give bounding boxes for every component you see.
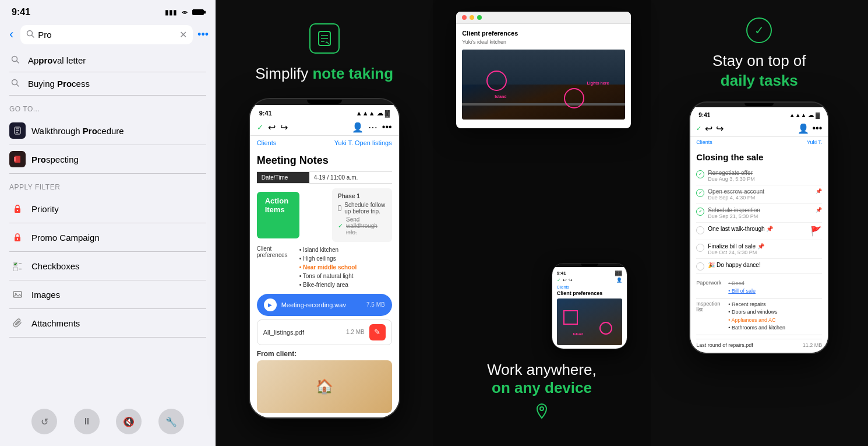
share-icon: ⋯ [368, 122, 377, 133]
check-icon: ✓ [557, 278, 561, 283]
item: • Bill of sale [728, 287, 756, 296]
p3-table-label: Paperwork [696, 278, 728, 298]
search-icon [9, 79, 21, 89]
note-icon [9, 122, 26, 139]
person-icon: 👤 [616, 278, 622, 283]
search-icon [9, 55, 21, 65]
panel-work-anywhere: Client preferences Yuki's ideal kitchen … [433, 0, 650, 446]
task-empty-check [696, 262, 704, 271]
p3-table-items: • Recent repairs • Doors and windows • A… [728, 298, 785, 335]
settings-button[interactable]: 🔧 [158, 409, 184, 434]
goto-prospecting[interactable]: Prospecting [9, 145, 206, 174]
small-phone-breadcrumb: Clients [557, 285, 622, 289]
filter-images[interactable]: Images [9, 280, 206, 309]
window-minimize-dot [470, 15, 474, 20]
small-phone-status: 9:41 ▓▓ [557, 271, 622, 276]
suggestion-text: Buying Process [28, 79, 90, 89]
p3-content: Closing the sale ✓ Renegotiate offer Due… [690, 148, 828, 353]
pdf-row: All_listings.pdf 1.2 MB ✎ [257, 319, 392, 345]
pdf-icon: ✎ [369, 324, 386, 340]
search-results: Approval letter Buying Process GO TO... … [0, 49, 216, 399]
task-name: 🎉 Do happy dance! [708, 262, 822, 268]
action-items-area: Action Items Phase 1 Schedule follow up … [257, 188, 392, 242]
flag-icon: 🚩 [810, 226, 822, 237]
small-phone-time: 9:41 [557, 271, 566, 276]
item: • Appliances and AC [728, 317, 785, 325]
task-content: 🎉 Do happy dance! [708, 262, 822, 268]
search-text[interactable]: Pro [38, 30, 176, 40]
note-title: Meeting Notes [257, 154, 392, 167]
task-row-3: ✓ Schedule inspection Due Sep 21, 5:30 P… [696, 204, 822, 223]
kitchen-image-small: Island [557, 298, 622, 345]
svg-rect-18 [13, 267, 17, 271]
pdf-size: 1.2 MB [346, 329, 365, 335]
goto-walkthrough[interactable]: Walkthrough Procedure [9, 117, 206, 145]
annotation-circle-1 [486, 71, 507, 91]
signal-icon: ▮▮▮ [165, 8, 177, 16]
mute-button[interactable]: 🔇 [116, 409, 142, 434]
p3-table: Paperwork • Deed • Bill of sale Inspecti… [696, 278, 822, 335]
search-clear-icon[interactable]: ✕ [179, 29, 187, 40]
p3-pdf-name: Last round of repairs.pdf [696, 342, 799, 348]
filter-promo[interactable]: Promo Campaign [9, 223, 206, 252]
task-content: Renegotiate offer Due Aug 3, 5:30 PM [708, 170, 822, 182]
task-date: Due Sep 21, 5:30 PM [708, 213, 812, 219]
status-time: 9:41 [12, 7, 30, 17]
person-icon: 👤 [798, 123, 809, 134]
back-button[interactable]: ‹ [7, 24, 16, 44]
task-row-1: ✓ Renegotiate offer Due Aug 3, 5:30 PM [696, 167, 822, 185]
more-icon: ••• [382, 122, 392, 132]
images-icon [9, 286, 26, 303]
checkmark-circle: ✓ [746, 17, 772, 43]
p3-breadcrumb: Clients Yuki T. [690, 137, 828, 148]
play-button[interactable]: ▶ [264, 298, 277, 311]
svg-point-26 [540, 407, 544, 410]
p3-table-label: Inspection list [696, 298, 728, 335]
task-row-5: Finalize bill of sale 📌 Due Oct 24, 5:30… [696, 240, 822, 259]
window-close-dot [462, 15, 467, 20]
suggestion-approval[interactable]: Approval letter [9, 49, 206, 72]
svg-rect-11 [14, 157, 16, 161]
recording-row: ▶ Meeting-recording.wav 7.5 MB [257, 294, 392, 316]
task-empty-check [696, 244, 704, 252]
pref-item: • Tons of natural light [299, 272, 357, 280]
p3-table-row-2: Inspection list • Recent repairs • Doors… [696, 298, 822, 335]
left-panel: 9:41 ▮▮▮ ‹ Pro ✕ ••• [0, 0, 216, 446]
goto-section-label: GO TO... [9, 96, 206, 117]
desktop-content: Client preferences Yuki's ideal kitchen … [456, 24, 631, 125]
task-date: Due Sep 4, 4:30 PM [708, 195, 812, 201]
filter-attachments[interactable]: Attachments [9, 309, 206, 338]
client-preferences: Client preferences • Island kitchen • Hi… [257, 245, 392, 289]
filter-priority[interactable]: Priority [9, 195, 206, 223]
headline-line1: Work anywhere, [487, 361, 596, 378]
p3-note-title: Closing the sale [696, 152, 822, 162]
pref-item: • Bike-friendly area [299, 280, 357, 289]
item: • Recent repairs [728, 301, 785, 309]
phone-content: Meeting Notes Date/Time 4-19 / 11:00 a.m… [250, 150, 399, 417]
panel-headline: Simplify note taking [255, 64, 393, 84]
phone-time: 9:41 [259, 110, 272, 117]
search-input-wrap[interactable]: Pro ✕ [20, 25, 193, 44]
pdf-name: All_listings.pdf [263, 329, 341, 336]
panel2-bottom: Work anywhere, on any device [487, 361, 596, 434]
p3-icons: ▲▲▲ ☁ ▓ [789, 112, 820, 118]
undo-icon: ↩ [563, 278, 567, 283]
desktop-header [456, 12, 631, 24]
more-button[interactable]: ••• [197, 29, 209, 41]
pause-button[interactable]: ⏸ [74, 409, 100, 434]
filter-label-text: Attachments [31, 318, 80, 328]
item: • Bathrooms and kitchen [728, 324, 785, 332]
filter-checkboxes[interactable]: Checkboxes [9, 252, 206, 280]
task-name: One last walk-through 📌 [708, 226, 807, 232]
task-check: ✓ [696, 170, 704, 178]
island-label: Island [495, 94, 506, 99]
breadcrumb-left: Clients [257, 139, 277, 146]
checkbox-icon [9, 258, 26, 274]
reload-button[interactable]: ↺ [31, 409, 57, 434]
battery-icon [192, 9, 204, 15]
suggestion-buying[interactable]: Buying Process [9, 72, 206, 96]
phone-toolbar: ✓ ↩ ↪ 👤 ⋯ ••• [250, 120, 399, 136]
task-name: Schedule inspection [708, 207, 812, 213]
lights-label: Lights here [587, 81, 609, 85]
lock-icon [9, 201, 26, 217]
